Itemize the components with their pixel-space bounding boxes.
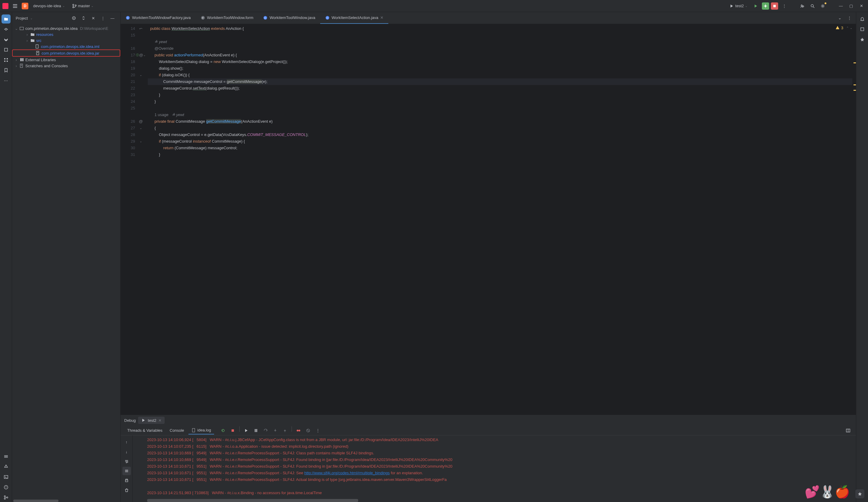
tree-root[interactable]: ⌄ com.primeton.devops.ide.idea D:\Worksp… <box>12 25 120 31</box>
view-breakpoints-button[interactable] <box>294 426 303 435</box>
pause-button[interactable] <box>252 426 260 435</box>
print-button[interactable] <box>122 477 131 485</box>
chevron-down-icon[interactable]: ⌄ <box>850 26 852 30</box>
scroll-down-button[interactable]: ↓ <box>122 448 131 456</box>
svg-rect-27 <box>23 58 23 61</box>
stop-debug-button[interactable] <box>228 426 237 435</box>
main-menu-button[interactable] <box>11 2 19 10</box>
svg-rect-26 <box>21 58 22 61</box>
svg-rect-10 <box>4 48 8 51</box>
debug-session-tab[interactable]: test2 ✕ <box>138 417 164 424</box>
run-button[interactable] <box>752 2 760 10</box>
select-opened-file-button[interactable] <box>70 14 78 22</box>
console-output[interactable]: 2023-10-13 14:10:06,924 [ 5804] WARN - #… <box>133 436 856 499</box>
close-tab-icon[interactable]: ✕ <box>158 418 162 423</box>
search-button[interactable] <box>808 2 817 10</box>
step-out-button[interactable] <box>281 426 289 435</box>
editor-tab[interactable]: CWorkitemToolWindowFactory.java <box>121 12 196 24</box>
console-tab[interactable]: Console <box>167 427 187 434</box>
ai-tool-button[interactable] <box>858 35 867 44</box>
project-tool-button[interactable] <box>1 14 11 23</box>
soft-wrap-button[interactable] <box>122 457 131 465</box>
structure-tool-button[interactable] <box>1 55 11 64</box>
project-panel-title[interactable]: Project <box>16 16 28 21</box>
panel-options-button[interactable]: ⋮ <box>99 14 107 22</box>
more-tools-button[interactable]: ⋯ <box>1 76 11 85</box>
clear-button[interactable] <box>122 486 131 494</box>
more-actions-button[interactable]: ⋮ <box>780 2 788 10</box>
minimize-button[interactable]: ― <box>837 2 845 10</box>
threads-tab[interactable]: Threads & Variables <box>124 427 166 434</box>
hide-panel-button[interactable]: ― <box>108 14 117 22</box>
scroll-up-button[interactable]: ↑ <box>122 438 131 446</box>
svg-rect-45 <box>125 480 128 482</box>
problems-tool-button[interactable] <box>1 483 11 492</box>
intellij-icon <box>2 3 9 9</box>
editor-tab[interactable]: CWorkitemToolWindow.java <box>258 12 320 24</box>
svg-point-18 <box>4 498 6 499</box>
stop-button[interactable] <box>771 2 778 10</box>
commit-tool-button[interactable] <box>1 25 11 34</box>
resume-button[interactable] <box>242 426 250 435</box>
editor-tab[interactable]: CWorkItemSelectAction.java✕ <box>320 12 388 24</box>
todo-tool-button[interactable] <box>1 452 11 461</box>
chevron-up-icon[interactable]: ⌃ <box>846 26 849 30</box>
expand-all-button[interactable] <box>79 14 88 22</box>
svg-point-0 <box>73 4 74 6</box>
debug-tool-button[interactable] <box>1 462 11 471</box>
editor-inspections[interactable]: 3 ⌃ ⌄ <box>835 25 852 30</box>
mute-breakpoints-button[interactable] <box>304 426 312 435</box>
tabs-more-button[interactable]: ⋮ <box>845 14 854 22</box>
svg-point-1 <box>73 7 74 8</box>
collapse-all-button[interactable]: ✕ <box>89 14 97 22</box>
editor-scrollbar[interactable] <box>852 24 856 414</box>
settings-button[interactable] <box>818 2 827 10</box>
editor-tab[interactable]: FWorkitemToolWindow.form <box>196 12 258 24</box>
close-window-button[interactable]: ✕ <box>857 2 866 10</box>
library-icon <box>19 57 24 62</box>
tree-item[interactable]: com.primeton.devops.ide.idea.jar <box>12 50 120 57</box>
code-editor[interactable]: 14⤺151617Ⓘ@⌄181920⌄212223242526@27⌄2829⌄… <box>121 24 856 414</box>
ai-assistant-button[interactable] <box>855 489 856 498</box>
tabs-dropdown-button[interactable]: ⌄ <box>835 14 844 22</box>
file-type-icon: C <box>325 16 330 20</box>
git-tool-button[interactable] <box>1 493 11 502</box>
gitlab-tool-button[interactable] <box>1 35 11 44</box>
svg-point-5 <box>801 5 802 6</box>
console-h-scrollbar[interactable] <box>133 499 856 502</box>
code-with-me-button[interactable] <box>798 2 806 10</box>
close-tab-icon[interactable]: ✕ <box>380 16 383 20</box>
tree-external-libs[interactable]: › External Libraries <box>12 57 120 63</box>
tree-item[interactable]: com.primeton.devops.ide.idea.iml <box>12 43 120 50</box>
scroll-to-end-button[interactable] <box>122 467 131 475</box>
svg-point-3 <box>765 5 766 7</box>
maximize-button[interactable]: ▢ <box>847 2 855 10</box>
debug-more-button[interactable]: ⋮ <box>313 426 322 435</box>
database-tool-button[interactable] <box>858 25 867 34</box>
project-tree[interactable]: ⌄ com.primeton.devops.ide.idea D:\Worksp… <box>12 24 120 500</box>
bookmarks-tool-button[interactable] <box>1 45 11 54</box>
terminal-tool-button[interactable] <box>1 472 11 481</box>
svg-rect-37 <box>192 428 195 432</box>
scratches-icon <box>19 63 24 68</box>
project-view-dropdown-icon[interactable]: ⌄ <box>30 17 33 20</box>
tree-scratches[interactable]: › Scratches and Consoles <box>12 63 120 69</box>
svg-rect-38 <box>231 429 234 432</box>
rerun-button[interactable] <box>219 426 227 435</box>
debug-button[interactable] <box>762 2 769 10</box>
notifications-button[interactable] <box>858 14 867 23</box>
bookmark-tool-button[interactable] <box>1 66 11 75</box>
tree-item[interactable]: ›resources <box>12 31 120 38</box>
run-icon <box>141 418 146 423</box>
project-h-scrollbar[interactable] <box>12 500 120 502</box>
layout-button[interactable] <box>844 426 852 435</box>
tree-item[interactable]: ›src <box>12 38 120 43</box>
git-branch-dropdown[interactable]: master⌄ <box>70 2 96 10</box>
svg-rect-14 <box>7 61 8 62</box>
run-config-dropdown[interactable]: test2⌄ <box>727 2 750 10</box>
idealog-tab[interactable]: idea.log <box>188 427 214 434</box>
step-into-button[interactable] <box>271 426 279 435</box>
project-name-dropdown[interactable]: devops-ide-idea⌄ <box>31 2 67 9</box>
step-over-button[interactable] <box>261 426 270 435</box>
svg-rect-46 <box>861 28 864 31</box>
